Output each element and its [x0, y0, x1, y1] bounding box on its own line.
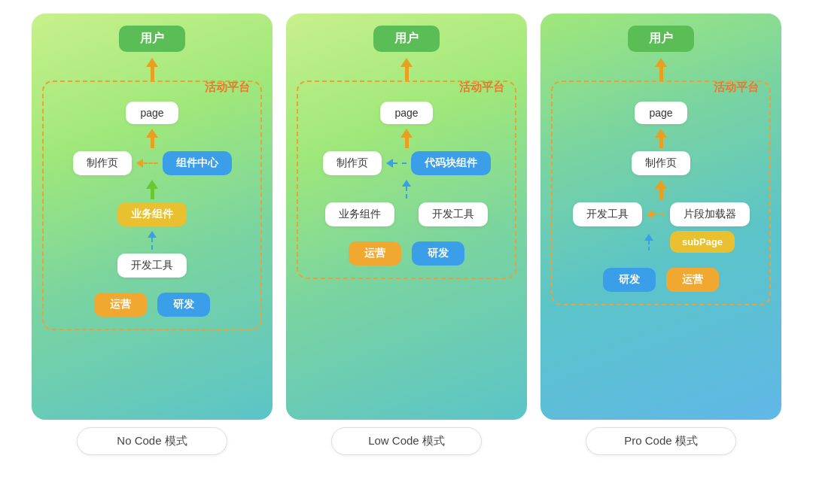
low-code-op-box: 运营	[349, 241, 401, 266]
arrow-head	[146, 58, 158, 67]
arrowline-green	[151, 189, 154, 199]
low-code-biz-box: 业务组件	[325, 202, 394, 226]
low-code-maker-box: 制作页	[323, 151, 382, 175]
arrow-left-head	[136, 159, 143, 168]
arrowline	[659, 67, 663, 80]
no-code-biz-box: 业务组件	[117, 202, 187, 226]
arrowleft	[647, 210, 653, 219]
no-code-page-box: page	[126, 102, 178, 124]
user-section: 用户	[628, 26, 694, 80]
pro-code-page-box: page	[635, 102, 687, 124]
dashed-arrowhead-blue	[148, 231, 157, 238]
dashed-vline	[648, 241, 650, 250]
no-code-op-box: 运营	[94, 293, 147, 317]
no-code-platform-box: 活动平台 page 制作页	[42, 80, 262, 330]
low-code-card: 用户 活动平台 page	[286, 14, 527, 420]
dashed-arrow-subpage	[644, 234, 653, 250]
pro-code-op-box: 运营	[666, 268, 719, 292]
arrow-biz-maker	[146, 180, 158, 199]
no-code-comp-center-box: 组件中心	[163, 151, 232, 175]
main-container: 用户 活动平台 page	[0, 0, 813, 504]
no-code-mode-pill: No Code 模式	[77, 427, 227, 455]
no-code-bottom-labels: 运营 研发	[51, 285, 253, 321]
dashed-arrow-segment	[647, 210, 665, 219]
biz-devtool-row: 业务组件 开发工具	[306, 202, 507, 226]
arrowhead	[655, 180, 667, 189]
no-code-card: 用户 活动平台 page	[32, 14, 273, 420]
pro-code-user-box: 用户	[628, 26, 694, 52]
no-code-dev-tool-box: 开发工具	[117, 254, 187, 278]
arrowline	[405, 138, 409, 148]
maker-row: 制作页 组件中心	[51, 151, 253, 175]
arrowhead	[655, 58, 667, 67]
user-section: 用户	[373, 26, 440, 80]
arrowhead	[400, 129, 413, 138]
dashed-h-line	[143, 162, 158, 164]
arrowhead	[400, 58, 413, 67]
no-code-maker-box: 制作页	[73, 151, 132, 175]
low-code-bottom-labels: 运营 研发	[306, 234, 507, 270]
pro-code-maker-box: 制作页	[632, 151, 690, 175]
no-code-user-box: 用户	[119, 26, 185, 52]
dashed-h-line-blue	[393, 162, 406, 164]
no-code-platform-label: 活动平台	[205, 80, 250, 95]
dashed-arrow-comp	[136, 159, 158, 168]
dashed-arrow-code	[386, 159, 406, 168]
pro-code-segment-loader-box: 片段加载器	[670, 202, 750, 226]
arrow-user-page	[146, 58, 158, 80]
arrowhead-green	[146, 180, 158, 189]
low-code-dev-tool-box: 开发工具	[419, 202, 488, 226]
user-section: 用户	[119, 26, 185, 80]
dashed-arrow-dev-biz	[148, 231, 157, 250]
arrow-devtool-maker	[655, 180, 667, 199]
pro-code-mode-pill: Pro Code 模式	[586, 427, 736, 455]
dashed-arrowhead	[644, 234, 653, 241]
subpage-row: subPage	[560, 231, 762, 253]
low-code-page-box: page	[380, 102, 433, 124]
pro-code-platform-label: 活动平台	[714, 80, 759, 95]
arrow-user-page	[400, 58, 413, 80]
pro-code-dev-box: 研发	[603, 268, 656, 292]
arrow-page-maker	[655, 129, 667, 148]
no-code-column: 用户 活动平台 page	[32, 14, 273, 455]
arrowline	[659, 138, 663, 148]
pro-code-subpage-box: subPage	[670, 231, 735, 253]
dashed-arrowhead	[402, 180, 411, 187]
dashed-h-line	[653, 214, 665, 215]
pro-code-card: 用户 活动平台 page 制作页	[540, 14, 781, 420]
arrowline	[659, 189, 663, 199]
low-code-dev-box: 研发	[412, 241, 464, 266]
arrowline	[405, 67, 409, 80]
arrowleft-blue	[386, 159, 393, 168]
dashed-arrow-biz-maker	[402, 180, 411, 199]
low-code-platform-box: 活动平台 page 制作页	[297, 80, 516, 279]
low-code-code-block-box: 代码块组件	[411, 151, 491, 175]
pro-code-bottom-labels: 研发 运营	[560, 260, 762, 296]
maker-row: 制作页 代码块组件	[306, 151, 507, 175]
no-code-dev-box: 研发	[157, 293, 210, 317]
low-code-platform-label: 活动平台	[459, 80, 504, 95]
devtool-row: 开发工具 片段加载器	[560, 202, 762, 226]
low-code-mode-pill: Low Code 模式	[331, 427, 482, 455]
pro-code-column: 用户 活动平台 page 制作页	[540, 14, 781, 455]
low-code-user-box: 用户	[373, 26, 440, 52]
arrowline	[151, 138, 154, 148]
dashed-vline-blue	[151, 238, 153, 250]
dashed-vline	[406, 187, 407, 199]
arrow-user-page	[655, 58, 667, 80]
arrow-page-maker	[400, 129, 413, 148]
arrow-line	[151, 67, 154, 80]
low-code-column: 用户 活动平台 page	[286, 14, 527, 455]
arrowhead	[655, 129, 667, 138]
arrow-page-maker	[146, 129, 158, 148]
pro-code-platform-box: 活动平台 page 制作页	[551, 80, 771, 305]
pro-code-dev-tool-box: 开发工具	[573, 202, 642, 226]
arrowhead	[146, 129, 158, 138]
